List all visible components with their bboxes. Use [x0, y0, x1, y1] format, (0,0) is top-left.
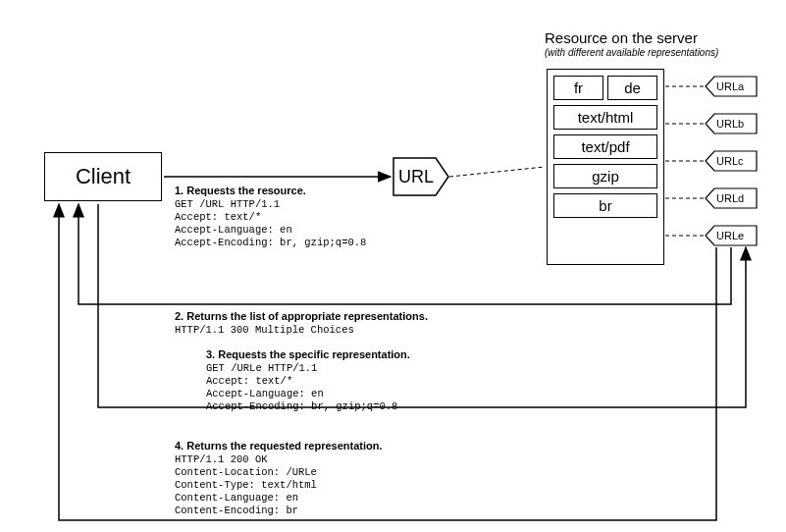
msg2-block: 2. Returns the list of appropriate repre…	[175, 310, 428, 337]
msg4-l5: Content-Encoding: br	[175, 505, 383, 517]
msg1-l3: Accept-Language: en	[175, 224, 366, 237]
connectors	[0, 0, 786, 532]
url-chip-b: URLb	[705, 113, 758, 134]
client-box: Client	[44, 152, 162, 201]
url-tag: URL	[393, 157, 449, 196]
client-label: Client	[76, 164, 131, 189]
msg3-l1: GET /URLe HTTP/1.1	[206, 362, 410, 375]
url-tag-label: URL	[393, 157, 440, 196]
url-chip-e-label: URLe	[716, 225, 758, 246]
url-chip-c-label: URLc	[716, 150, 758, 172]
url-chip-d: URLd	[705, 187, 758, 209]
url-chip-e: URLe	[705, 225, 758, 246]
msg4-l4: Content-Language: en	[175, 492, 383, 505]
msg3-block: 3. Requests the specific representation.…	[206, 348, 410, 413]
msg2-l1: HTTP/1.1 300 Multiple Choices	[175, 324, 428, 337]
msg3-l3: Accept-Language: en	[206, 388, 410, 400]
rep-gzip: gzip	[553, 164, 657, 188]
msg3-l2: Accept: text/*	[206, 375, 410, 388]
rep-br: br	[553, 193, 657, 218]
server-subtitle: (with different available representation…	[545, 47, 718, 58]
diagram-canvas: Client URL Resource on the server (with …	[0, 0, 786, 532]
rep-fr: fr	[553, 76, 603, 100]
rep-row-lang: fr de	[553, 76, 657, 100]
rep-text-html: text/html	[553, 105, 657, 130]
msg4-l2: Content-Location: /URLe	[175, 466, 383, 479]
msg1-l4: Accept-Encoding: br, gzip;q=0.8	[175, 237, 366, 249]
msg4-l1: HTTP/1.1 200 OK	[175, 453, 383, 466]
msg4-title: 4. Returns the requested representation.	[175, 440, 383, 453]
msg1-l2: Accept: text/*	[175, 211, 366, 224]
server-title: Resource on the server	[545, 29, 698, 46]
msg4-l3: Content-Type: text/html	[175, 479, 383, 492]
server-panel: fr de text/html text/pdf gzip br	[547, 69, 664, 265]
msg1-l1: GET /URL HTTP/1.1	[175, 198, 366, 211]
url-chip-b-label: URLb	[716, 113, 758, 134]
svg-line-1	[449, 167, 545, 177]
url-chip-d-label: URLd	[716, 187, 758, 209]
rep-de: de	[607, 76, 657, 100]
msg1-block: 1. Requests the resource. GET /URL HTTP/…	[175, 185, 366, 249]
url-chip-c: URLc	[705, 150, 758, 172]
msg3-title: 3. Requests the specific representation.	[206, 348, 410, 362]
msg3-l4: Accept-Encoding: br, gzip;q=0.8	[206, 400, 410, 413]
url-chip-a-label: URLa	[716, 76, 758, 97]
msg4-block: 4. Returns the requested representation.…	[175, 440, 383, 517]
url-chip-a: URLa	[705, 76, 758, 97]
msg1-title: 1. Requests the resource.	[175, 185, 366, 198]
rep-text-pdf: text/pdf	[553, 134, 657, 159]
msg2-title: 2. Returns the list of appropriate repre…	[175, 310, 428, 324]
